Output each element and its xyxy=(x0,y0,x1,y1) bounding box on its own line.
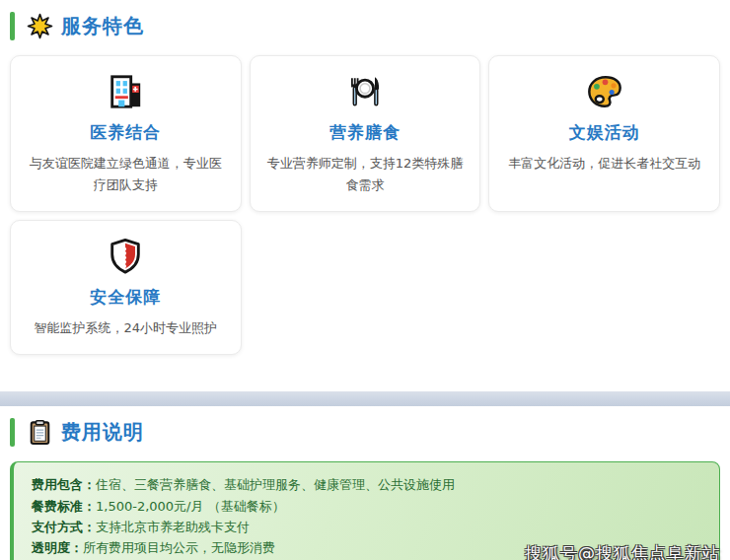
fee-value: 住宿、三餐营养膳食、基础护理服务、健康管理、公共设施使用 xyxy=(96,477,455,492)
fee-label: 透明度： xyxy=(32,540,83,555)
features-section-title: 服务特色 xyxy=(61,13,144,39)
feature-card-safety: 安全保障 智能监护系统，24小时专业照护 xyxy=(10,220,242,355)
fee-label: 支付方式： xyxy=(32,520,96,534)
feature-cards-grid: 医养结合 与友谊医院建立绿色通道，专业医疗团队支持 营养膳食 专业营养师定制，支… xyxy=(0,55,730,355)
section-accent-bar xyxy=(10,12,15,40)
section-divider xyxy=(0,391,730,406)
feature-card-activities: 文娱活动 丰富文化活动，促进长者社交互动 xyxy=(488,55,720,212)
fees-section-title: 费用说明 xyxy=(61,419,144,446)
card-description: 丰富文化活动，促进长者社交互动 xyxy=(505,153,703,175)
card-description: 与友谊医院建立绿色通道，专业医疗团队支持 xyxy=(27,153,225,196)
fee-line-includes: 费用包含：住宿、三餐营养膳食、基础护理服务、健康管理、公共设施使用 xyxy=(32,475,701,494)
fee-line-meal-standard: 餐费标准：1,500-2,000元/月 （基础餐标） xyxy=(32,497,701,516)
feature-card-meals: 营养膳食 专业营养师定制，支持12类特殊膳食需求 xyxy=(250,55,481,212)
fee-value: 支持北京市养老助残卡支付 xyxy=(96,520,250,534)
fee-label: 餐费标准： xyxy=(32,499,96,514)
palette-icon xyxy=(505,73,703,112)
fee-label: 费用包含： xyxy=(32,477,96,492)
card-description: 智能监护系统，24小时专业照护 xyxy=(27,317,225,339)
features-section-header: 服务特色 xyxy=(10,12,730,40)
card-description: 专业营养师定制，支持12类特殊膳食需求 xyxy=(266,153,465,196)
fee-value: 1,500-2,000元/月 （基础餐标） xyxy=(96,499,285,514)
starburst-icon xyxy=(27,13,53,39)
article-page: 服务特色 医养结合 与友谊医院建立绿色通道，专业医疗团队支持 xyxy=(0,12,730,560)
clipboard-icon xyxy=(27,419,53,446)
fee-line-payment: 支付方式：支持北京市养老助残卡支付 xyxy=(32,518,701,536)
fees-section-header: 费用说明 xyxy=(10,418,730,447)
card-title: 安全保障 xyxy=(27,286,225,309)
card-title: 文娱活动 xyxy=(505,121,703,144)
shield-icon xyxy=(27,238,225,277)
watermark: 搜狐号@搜狐焦点阜新站 xyxy=(525,542,720,560)
fork-knife-plate-icon xyxy=(266,73,465,112)
card-title: 营养膳食 xyxy=(266,121,465,144)
hospital-icon xyxy=(27,73,225,112)
section-accent-bar xyxy=(10,418,15,447)
card-title: 医养结合 xyxy=(27,121,225,144)
fee-value: 所有费用项目均公示，无隐形消费 xyxy=(83,540,275,555)
feature-card-medical: 医养结合 与友谊医院建立绿色通道，专业医疗团队支持 xyxy=(10,55,242,212)
